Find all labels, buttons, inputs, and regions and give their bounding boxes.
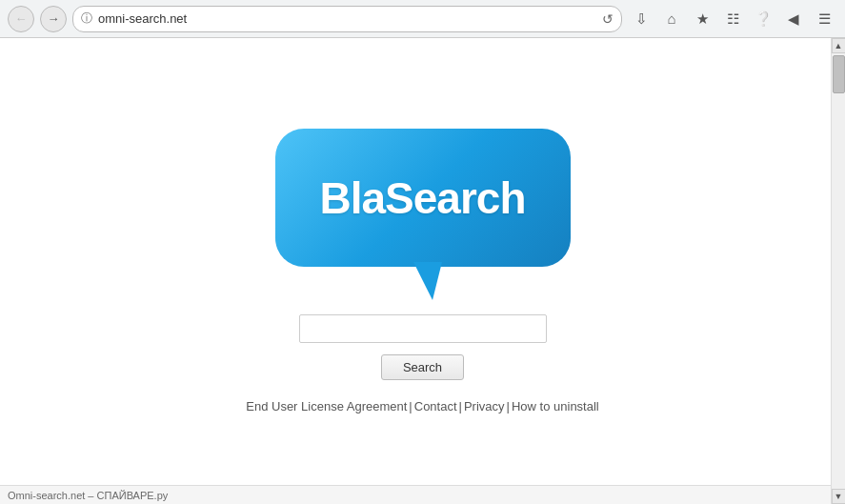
footer-links: End User License Agreement | Contact | P…	[246, 399, 599, 413]
scrollbar: ▲ ▼	[831, 38, 845, 504]
contact-link[interactable]: Contact	[414, 399, 457, 413]
separator-1: |	[409, 399, 412, 413]
back-button[interactable]: ←	[8, 6, 34, 32]
logo-text: BlaSearch	[319, 172, 525, 224]
status-bar: Omni-search.net – СПАЙВАРЕ.ру	[0, 485, 831, 504]
search-input[interactable]	[299, 314, 547, 343]
grid-icon[interactable]: ☷	[719, 6, 746, 32]
status-text: Omni-search.net – СПАЙВАРЕ.ру	[8, 490, 168, 501]
send-icon[interactable]: ◀	[780, 6, 807, 32]
download-icon[interactable]: ⇩	[628, 6, 654, 32]
url-text: omni-search.net	[98, 11, 596, 26]
scroll-up-arrow[interactable]: ▲	[832, 38, 846, 53]
separator-3: |	[507, 399, 510, 413]
separator-2: |	[459, 399, 462, 413]
forward-button[interactable]: →	[40, 6, 67, 32]
uninstall-link[interactable]: How to uninstall	[512, 399, 599, 413]
search-area: Search	[299, 314, 547, 380]
logo-container: BlaSearch	[275, 129, 571, 267]
home-icon[interactable]: ⌂	[658, 6, 685, 32]
search-button[interactable]: Search	[381, 354, 464, 380]
scroll-thumb[interactable]	[833, 55, 845, 93]
bookmark-star-icon[interactable]: ★	[689, 6, 715, 32]
browser-chrome: ← → ⓘ omni-search.net ↺ ⇩ ⌂ ★ ☷ ❔ ◀ ☰	[0, 0, 845, 38]
scroll-down-arrow[interactable]: ▼	[832, 489, 846, 504]
logo-bubble: BlaSearch	[275, 129, 571, 267]
info-icon: ⓘ	[81, 10, 92, 27]
privacy-link[interactable]: Privacy	[464, 399, 505, 413]
reload-button[interactable]: ↺	[602, 11, 614, 27]
eula-link[interactable]: End User License Agreement	[246, 399, 407, 413]
pocket-icon[interactable]: ❔	[750, 6, 776, 32]
toolbar-icons: ⇩ ⌂ ★ ☷ ❔ ◀ ☰	[628, 6, 837, 32]
address-bar[interactable]: ⓘ omni-search.net ↺	[72, 6, 622, 32]
menu-icon[interactable]: ☰	[811, 6, 837, 32]
page-content: BlaSearch Search End User License Agreem…	[0, 38, 845, 504]
